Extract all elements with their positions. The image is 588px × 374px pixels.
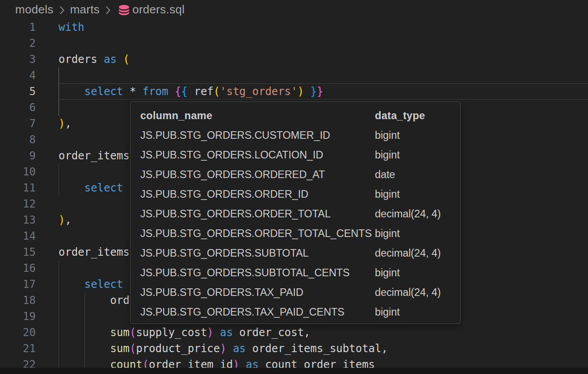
- breadcrumb-item-file[interactable]: orders.sql: [116, 3, 185, 17]
- token: order_items_subtotal,: [246, 342, 388, 355]
- line-number: 14: [0, 228, 36, 244]
- line-number: 15: [0, 244, 36, 260]
- line-number: 4: [0, 67, 36, 83]
- hover-cell-column-name: JS.PUB.STG_ORDERS.CUSTOMER_ID: [140, 129, 375, 141]
- hover-col-header-column-name: column_name: [140, 110, 375, 122]
- token: }: [317, 85, 323, 98]
- line-number: 17: [0, 276, 36, 292]
- hover-cell-data-type: decimal(24, 4): [375, 247, 460, 259]
- line-number: 9: [0, 148, 36, 164]
- code-line-15[interactable]: order_items: [59, 244, 130, 260]
- hover-table-header: column_name data_type: [140, 106, 460, 125]
- hover-col-header-data-type: data_type: [375, 110, 460, 122]
- token: [59, 85, 84, 98]
- code-line-11[interactable]: select: [59, 180, 123, 196]
- token: ord: [59, 294, 130, 307]
- token: order_items: [59, 150, 130, 162]
- line-number: 19: [0, 308, 36, 324]
- token: ): [298, 85, 304, 98]
- line-number: 3: [0, 51, 36, 67]
- hover-cell-data-type: decimal(24, 4): [375, 208, 460, 220]
- hover-table-row: JS.PUB.STG_ORDERS.SUBTOTALdecimal(24, 4): [140, 243, 460, 263]
- token: [227, 342, 233, 355]
- token: (: [214, 85, 220, 98]
- token: (: [123, 53, 130, 66]
- hover-cell-data-type: bigint: [375, 129, 460, 141]
- line-number: 1: [0, 19, 36, 35]
- token: [304, 85, 310, 98]
- hover-cell-data-type: bigint: [375, 188, 460, 200]
- token: ,: [65, 214, 71, 226]
- token: as: [220, 326, 233, 339]
- hover-cell-column-name: JS.PUB.STG_ORDERS.SUBTOTAL: [140, 247, 375, 259]
- token: [59, 182, 84, 194]
- hover-cell-column-name: JS.PUB.STG_ORDERS.ORDER_ID: [140, 188, 375, 200]
- code-line-9[interactable]: order_items: [59, 148, 130, 164]
- code-line-7[interactable]: ),: [59, 116, 71, 132]
- token: [168, 85, 175, 98]
- token: select: [84, 85, 123, 98]
- line-number: 6: [0, 100, 36, 116]
- line-number: 18: [0, 292, 36, 308]
- line-number: 11: [0, 180, 36, 196]
- token: [214, 326, 220, 339]
- token: ): [59, 214, 65, 226]
- code-editor[interactable]: 12345678910111213141516171819202122 with…: [0, 19, 588, 368]
- token: [117, 53, 123, 66]
- code-line-21[interactable]: sum(product_price) as order_items_subtot…: [59, 341, 388, 357]
- code-line-20[interactable]: sum(supply_cost) as order_cost,: [59, 324, 311, 341]
- hover-cell-data-type: bigint: [375, 267, 460, 279]
- hover-cell-column-name: JS.PUB.STG_ORDERS.LOCATION_ID: [140, 149, 375, 161]
- token: supply_cost: [136, 326, 207, 339]
- token: 'stg_orders': [220, 85, 297, 98]
- token: (: [130, 326, 136, 339]
- line-number: 13: [0, 212, 36, 228]
- token: ): [220, 342, 226, 355]
- token: select: [84, 278, 123, 291]
- code-line-1[interactable]: with: [59, 19, 84, 35]
- line-number: 10: [0, 164, 36, 180]
- code-line-13[interactable]: ),: [59, 212, 71, 228]
- token: ): [59, 117, 65, 130]
- code-line-5[interactable]: select * from {{ ref('stg_orders') }}: [59, 83, 323, 100]
- breadcrumb-file-label: orders.sql: [132, 3, 185, 17]
- hover-cell-column-name: JS.PUB.STG_ORDERS.TAX_PAID_CENTS: [140, 306, 375, 318]
- token: {: [175, 85, 181, 98]
- token: [59, 342, 110, 355]
- hover-cell-column-name: JS.PUB.STG_ORDERS.ORDERED_AT: [140, 169, 375, 181]
- token: select: [84, 182, 123, 194]
- breadcrumb-item-marts[interactable]: marts: [70, 3, 100, 17]
- token: (: [130, 342, 136, 355]
- code-line-17[interactable]: select: [59, 276, 123, 292]
- hover-table-row: JS.PUB.STG_ORDERS.ORDER_IDbigint: [140, 184, 460, 204]
- hover-table-row: JS.PUB.STG_ORDERS.TAX_PAIDdecimal(24, 4): [140, 283, 460, 302]
- code-line-3[interactable]: orders as (: [59, 51, 130, 67]
- code-line-18[interactable]: ord: [59, 292, 130, 308]
- breadcrumb-item-models[interactable]: models: [15, 3, 54, 17]
- hover-cell-column-name: JS.PUB.STG_ORDERS.SUBTOTAL_CENTS: [140, 267, 375, 279]
- hover-popup: column_name data_type JS.PUB.STG_ORDERS.…: [130, 101, 461, 324]
- chevron-right-icon: [105, 5, 111, 15]
- token: product_price: [136, 342, 220, 355]
- hover-table-row: JS.PUB.STG_ORDERS.SUBTOTAL_CENTSbigint: [140, 263, 460, 283]
- line-number: 7: [0, 116, 36, 132]
- token: sum: [110, 342, 130, 355]
- token: }: [311, 85, 317, 98]
- token: {: [181, 85, 188, 98]
- hover-cell-column-name: JS.PUB.STG_ORDERS.ORDER_TOTAL: [140, 208, 375, 220]
- hover-cell-data-type: bigint: [375, 228, 460, 240]
- hover-table-row: JS.PUB.STG_ORDERS.TAX_PAID_CENTSbigint: [140, 302, 460, 322]
- hover-cell-data-type: bigint: [375, 306, 460, 318]
- token: [59, 278, 84, 291]
- token: as: [104, 53, 117, 66]
- hover-table-row: JS.PUB.STG_ORDERS.LOCATION_IDbigint: [140, 145, 460, 165]
- line-number: 20: [0, 324, 36, 341]
- line-number: 21: [0, 341, 36, 357]
- breadcrumb: models marts orders.sql: [0, 0, 588, 19]
- hover-table-row: JS.PUB.STG_ORDERS.ORDER_TOTALdecimal(24,…: [140, 204, 460, 224]
- token: order_items: [59, 246, 130, 258]
- token: ,: [65, 117, 71, 130]
- line-number: 12: [0, 196, 36, 212]
- hover-table-row: JS.PUB.STG_ORDERS.ORDERED_ATdate: [140, 165, 460, 184]
- hover-cell-data-type: date: [375, 169, 460, 181]
